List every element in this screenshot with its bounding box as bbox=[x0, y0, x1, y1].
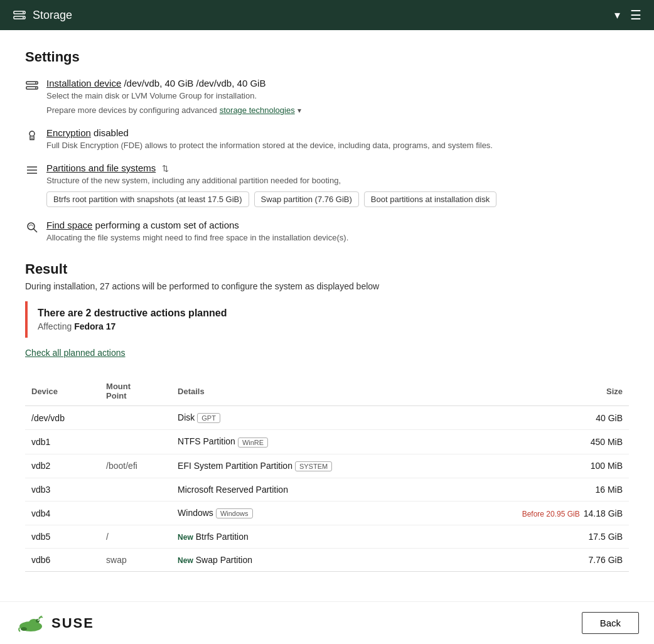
back-button[interactable]: Back bbox=[582, 612, 639, 634]
cell-device: /dev/vdb bbox=[25, 406, 100, 430]
encryption-link[interactable]: Encryption bbox=[46, 127, 91, 138]
check-planned-actions-link[interactable]: Check all planned actions bbox=[25, 348, 126, 358]
details-badge: Windows bbox=[216, 508, 253, 518]
cell-details: NTFS PartitionWinRE bbox=[171, 430, 444, 454]
prepare-text: Prepare more devices by configuring adva… bbox=[46, 105, 217, 115]
storage-technologies-link[interactable]: storage technologies bbox=[220, 105, 295, 115]
cell-mount: swap bbox=[100, 549, 171, 572]
encryption-desc: Full Disk Encryption (FDE) allows to pro… bbox=[46, 141, 629, 150]
chevron-down-icon[interactable]: ▾ bbox=[614, 8, 620, 22]
partitions-link[interactable]: Partitions and file systems bbox=[46, 163, 156, 173]
partition-tag-1[interactable]: Swap partition (7.76 GiB) bbox=[254, 191, 359, 207]
col-size: Size bbox=[444, 377, 629, 406]
result-description: During installation, 27 actions will be … bbox=[25, 281, 629, 291]
header-left: Storage bbox=[13, 8, 72, 22]
new-badge: New bbox=[178, 556, 193, 565]
suse-label: SUSE bbox=[51, 615, 94, 631]
cell-details: NewSwap Partition bbox=[171, 549, 444, 572]
cell-device: vdb5 bbox=[25, 525, 100, 549]
settings-title: Settings bbox=[25, 49, 629, 65]
find-space-desc: Allocating the file systems might need t… bbox=[46, 233, 629, 242]
cell-mount bbox=[100, 478, 171, 501]
find-space-value: performing a custom set of actions bbox=[95, 220, 239, 230]
svg-point-3 bbox=[23, 17, 24, 18]
cell-size: 17.5 GiB bbox=[444, 525, 629, 549]
header: Storage ▾ ☰ bbox=[0, 0, 654, 30]
cell-details: Microsoft Reserved Partition bbox=[171, 478, 444, 501]
cell-size: 40 GiB bbox=[444, 406, 629, 430]
svg-point-2 bbox=[23, 12, 24, 13]
warning-box: There are 2 destructive actions planned … bbox=[25, 301, 629, 338]
result-title: Result bbox=[25, 261, 629, 277]
suse-chameleon-icon bbox=[15, 614, 46, 633]
table-row: /dev/vdbDiskGPT40 GiB bbox=[25, 406, 629, 430]
new-badge: New bbox=[178, 533, 193, 542]
partition-tag-0[interactable]: Btrfs root partition with snapshots (at … bbox=[46, 191, 249, 207]
col-details: Details bbox=[171, 377, 444, 406]
partitions-item: Partitions and file systems ⇅ Structure … bbox=[25, 163, 629, 207]
installation-device-body: Installation device /dev/vdb, 40 GiB /de… bbox=[46, 78, 629, 115]
settings-section: Settings Installation device /dev/vdb, 4… bbox=[25, 49, 629, 242]
header-icons[interactable]: ▾ ☰ bbox=[614, 8, 641, 23]
before-size: Before 20.95 GiB bbox=[522, 510, 580, 518]
col-device: Device bbox=[25, 377, 100, 406]
cell-mount bbox=[100, 430, 171, 454]
svg-point-13 bbox=[28, 223, 35, 230]
cell-size: 100 MiB bbox=[444, 454, 629, 478]
partition-tag-2[interactable]: Boot partitions at installation disk bbox=[364, 191, 496, 207]
table-row: vdb3Microsoft Reserved Partition16 MiB bbox=[25, 478, 629, 501]
cell-device: vdb3 bbox=[25, 478, 100, 501]
find-space-icon bbox=[25, 220, 39, 234]
table-row: vdb2/boot/efiEFI System Partition Partit… bbox=[25, 454, 629, 478]
affecting-label: Affecting bbox=[38, 321, 72, 331]
footer-inner: SUSE Back bbox=[15, 612, 639, 634]
svg-line-14 bbox=[34, 229, 38, 233]
svg-point-8 bbox=[29, 131, 35, 136]
suse-logo: SUSE bbox=[15, 614, 94, 633]
encryption-value: disabled bbox=[94, 127, 129, 138]
cell-size: 7.76 GiB bbox=[444, 549, 629, 572]
svg-point-19 bbox=[21, 627, 27, 631]
result-section: Result During installation, 27 actions w… bbox=[25, 261, 629, 572]
encryption-body: Encryption disabled Full Disk Encryption… bbox=[46, 127, 629, 150]
svg-point-18 bbox=[38, 620, 39, 621]
table-row: vdb4WindowsWindowsBefore 20.95 GiB14.18 … bbox=[25, 501, 629, 525]
partitions-desc: Structure of the new system, including a… bbox=[46, 176, 629, 185]
warning-sub: Affecting Fedora 17 bbox=[38, 321, 619, 331]
main-content: Settings Installation device /dev/vdb, 4… bbox=[0, 30, 654, 644]
cell-mount bbox=[100, 501, 171, 525]
find-space-item: Find space performing a custom set of ac… bbox=[25, 220, 629, 242]
cell-device: vdb1 bbox=[25, 430, 100, 454]
cell-details: NewBtrfs Partition bbox=[171, 525, 444, 549]
cell-details: WindowsWindows bbox=[171, 501, 444, 525]
cell-device: vdb4 bbox=[25, 501, 100, 525]
storage-chevron-icon[interactable]: ▾ bbox=[298, 106, 301, 115]
find-space-label: Find space performing a custom set of ac… bbox=[46, 220, 629, 230]
menu-icon[interactable]: ☰ bbox=[630, 8, 641, 23]
partitions-label: Partitions and file systems ⇅ bbox=[46, 163, 629, 173]
encryption-label: Encryption disabled bbox=[46, 127, 629, 138]
find-space-body: Find space performing a custom set of ac… bbox=[46, 220, 629, 242]
cell-mount: /boot/efi bbox=[100, 454, 171, 478]
table-row: vdb1NTFS PartitionWinRE450 MiB bbox=[25, 430, 629, 454]
warning-title: There are 2 destructive actions planned bbox=[38, 308, 619, 319]
cell-details: EFI System Partition PartitionSYSTEM bbox=[171, 454, 444, 478]
details-badge: GPT bbox=[197, 413, 220, 423]
details-badge: WinRE bbox=[238, 437, 268, 448]
disk-table: Device MountPoint Details Size /dev/vdbD… bbox=[25, 377, 629, 572]
col-mount: MountPoint bbox=[100, 377, 171, 406]
cell-device: vdb2 bbox=[25, 454, 100, 478]
installation-device-value: /dev/vdb, 40 GiB bbox=[124, 78, 193, 89]
find-space-link[interactable]: Find space bbox=[46, 220, 92, 230]
cell-details: DiskGPT bbox=[171, 406, 444, 430]
table-row: vdb6swapNewSwap Partition7.76 GiB bbox=[25, 549, 629, 572]
cell-size: 16 MiB bbox=[444, 478, 629, 501]
cell-device: vdb6 bbox=[25, 549, 100, 572]
installation-device-link[interactable]: Installation device bbox=[46, 78, 121, 89]
installation-device-desc: Select the main disk or LVM Volume Group… bbox=[46, 91, 629, 100]
encryption-item: Encryption disabled Full Disk Encryption… bbox=[25, 127, 629, 150]
installation-device-item: Installation device /dev/vdb, 40 GiB /de… bbox=[25, 78, 629, 115]
partitions-arrows[interactable]: ⇅ bbox=[162, 164, 169, 173]
partitions-tags: Btrfs root partition with snapshots (at … bbox=[46, 191, 629, 207]
installation-device-label: Installation device /dev/vdb, 40 GiB /de… bbox=[46, 78, 629, 89]
